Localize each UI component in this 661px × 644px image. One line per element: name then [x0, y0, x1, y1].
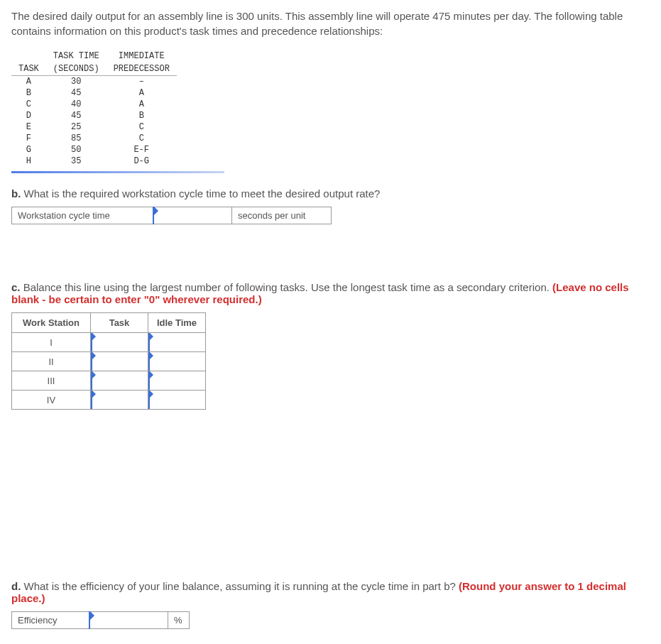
table-row: III: [12, 371, 206, 391]
table-row: IV: [12, 391, 206, 410]
table-cell: –: [106, 76, 177, 88]
table-cell: D: [11, 110, 46, 121]
table-row: F85C: [11, 133, 177, 144]
task-precedence-table: TASK TIME IMMEDIATE TASK (SECONDS) PREDE…: [11, 50, 177, 167]
table-cell: F: [11, 133, 46, 144]
table-cell: 50: [46, 144, 106, 155]
table-cell: 85: [46, 133, 106, 144]
cycle-time-input-wrap: [153, 207, 232, 224]
ws-row-label: IV: [12, 391, 91, 410]
efficiency-input[interactable]: [89, 612, 168, 628]
table-cell: 40: [46, 99, 106, 110]
ws-idle-cell: [148, 333, 206, 352]
question-d-prefix: d.: [11, 580, 21, 592]
table-cell: C: [106, 133, 177, 144]
question-b-prefix: b.: [11, 187, 21, 200]
ws-task-cell: [91, 371, 148, 391]
th-task-top: [11, 50, 46, 62]
ws-th-idle: Idle Time: [148, 313, 206, 333]
workstation-table: Work Station Task Idle Time IIIIIIIV: [11, 312, 206, 410]
table-cell: 35: [46, 155, 106, 167]
efficiency-unit: %: [168, 611, 190, 629]
ws-idle-cell: [148, 352, 206, 371]
th-time: (SECONDS): [46, 62, 106, 76]
answer-row-d: Efficiency %: [11, 611, 650, 629]
input-marker-icon: [150, 333, 153, 340]
table-cell: 45: [46, 110, 106, 121]
table-row: G50E-F: [11, 144, 177, 155]
cycle-time-label: Workstation cycle time: [11, 207, 153, 224]
ws-task-cell: [91, 391, 148, 410]
table-cell: A: [11, 76, 46, 88]
question-c-text: Balance this line using the largest numb…: [21, 281, 553, 293]
table-row: B45A: [11, 87, 177, 99]
table-cell: G: [11, 144, 46, 155]
input-marker-icon: [92, 391, 96, 398]
ws-idle-input[interactable]: [148, 391, 205, 409]
question-c-prefix: c.: [11, 281, 21, 293]
input-marker-icon: [154, 207, 158, 215]
cycle-time-unit: seconds per unit: [232, 207, 332, 224]
ws-th-station: Work Station: [12, 313, 91, 333]
input-marker-icon: [92, 371, 96, 378]
table-cell: B: [106, 110, 177, 121]
input-marker-icon: [92, 333, 96, 340]
ws-idle-cell: [148, 391, 206, 410]
ws-task-cell: [91, 352, 148, 371]
ws-th-task: Task: [91, 313, 148, 333]
intro-text: The desired daily output for an assembly…: [11, 9, 650, 38]
ws-idle-input[interactable]: [148, 352, 205, 371]
table-cell: B: [11, 87, 46, 99]
table-cell: A: [106, 99, 177, 110]
table-row: C40A: [11, 99, 177, 110]
ws-row-label: II: [12, 352, 91, 371]
cycle-time-input[interactable]: [153, 207, 231, 224]
ws-row-label: I: [12, 333, 91, 352]
table-cell: D-G: [106, 155, 177, 167]
question-d-text: What is the efficiency of your line bala…: [21, 580, 459, 592]
table-cell: C: [11, 99, 46, 110]
table-row: E25C: [11, 121, 177, 133]
table-cell: 30: [46, 76, 106, 88]
question-b: b. What is the required workstation cycl…: [11, 187, 650, 200]
th-pred: PREDECESSOR: [106, 62, 177, 76]
ws-idle-cell: [148, 371, 206, 391]
table-row: I: [12, 333, 206, 352]
table-cell: E-F: [106, 144, 177, 155]
table-cell: E: [11, 121, 46, 133]
table-cell: C: [106, 121, 177, 133]
ws-task-input[interactable]: [91, 352, 148, 371]
th-task: TASK: [11, 62, 46, 76]
ws-idle-input[interactable]: [148, 371, 205, 390]
answer-row-b: Workstation cycle time seconds per unit: [11, 207, 650, 224]
table-row: II: [12, 352, 206, 371]
th-pred-top: IMMEDIATE: [106, 50, 177, 62]
ws-row-label: III: [12, 371, 91, 391]
input-marker-icon: [92, 352, 96, 359]
input-marker-icon: [150, 352, 153, 359]
question-b-text: What is the required workstation cycle t…: [21, 187, 380, 200]
efficiency-input-wrap: [89, 611, 168, 629]
task-table-body: A30–B45AC40AD45BE25CF85CG50E-FH35D-G: [11, 76, 177, 168]
ws-idle-input[interactable]: [148, 333, 205, 351]
table-cell: A: [106, 87, 177, 99]
table-cell: 45: [46, 87, 106, 99]
efficiency-label: Efficiency: [11, 611, 89, 629]
ws-task-input[interactable]: [91, 391, 148, 409]
table-row: A30–: [11, 76, 177, 88]
question-d: d. What is the efficiency of your line b…: [11, 580, 650, 604]
input-marker-icon: [150, 391, 153, 398]
table-row: H35D-G: [11, 155, 177, 167]
table-cell: 25: [46, 121, 106, 133]
input-marker-icon: [90, 611, 94, 620]
ws-task-cell: [91, 333, 148, 352]
input-marker-icon: [150, 371, 153, 378]
th-time-top: TASK TIME: [46, 50, 106, 62]
table-divider: [11, 171, 224, 173]
question-c: c. Balance this line using the largest n…: [11, 281, 650, 305]
table-cell: H: [11, 155, 46, 167]
table-row: D45B: [11, 110, 177, 121]
ws-table-body: IIIIIIIV: [12, 333, 206, 410]
ws-task-input[interactable]: [91, 333, 148, 351]
ws-task-input[interactable]: [91, 371, 148, 390]
